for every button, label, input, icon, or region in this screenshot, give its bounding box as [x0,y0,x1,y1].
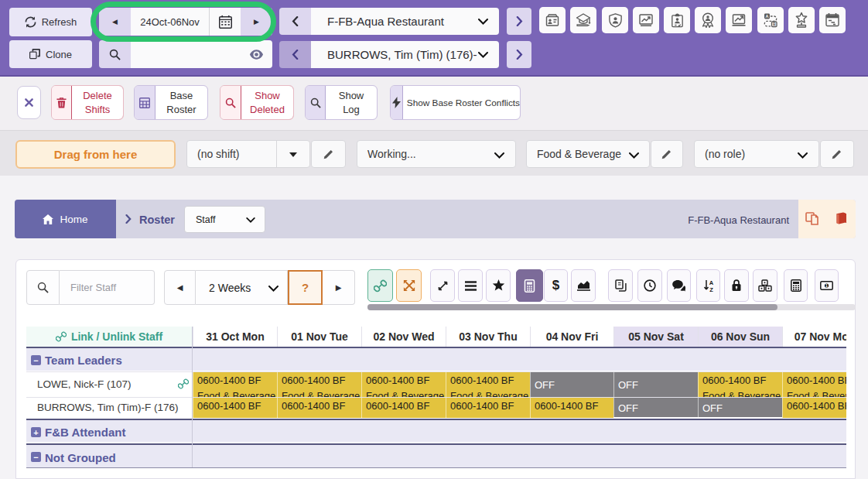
svg-text:A: A [766,14,769,19]
svg-text:1: 1 [825,283,828,288]
svg-text:A: A [709,279,713,286]
svg-text:B: B [773,22,776,26]
svg-text:Z: Z [709,286,713,293]
